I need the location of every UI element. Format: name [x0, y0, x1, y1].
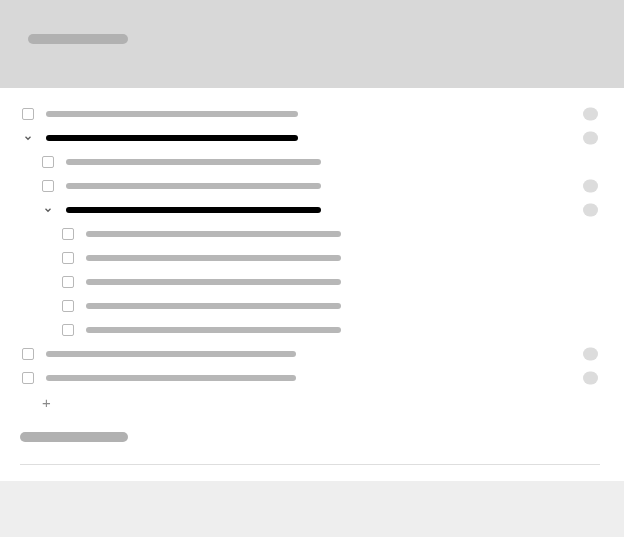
tree-row[interactable]: [20, 246, 604, 270]
row-label-placeholder: [86, 279, 341, 285]
checkbox[interactable]: [62, 252, 74, 264]
row-label-placeholder: [46, 111, 298, 117]
checkbox[interactable]: [22, 348, 34, 360]
add-item-button[interactable]: +: [20, 390, 604, 414]
tree-row[interactable]: [20, 366, 604, 390]
count-badge: [583, 180, 598, 193]
tree-row[interactable]: [20, 294, 604, 318]
checkbox[interactable]: [62, 324, 74, 336]
row-label-placeholder: [86, 255, 341, 261]
bottom-panel: [0, 481, 624, 537]
checkbox[interactable]: [62, 300, 74, 312]
row-label-placeholder: [86, 327, 341, 333]
tree-panel: +: [0, 88, 624, 465]
row-label-placeholder: [86, 303, 341, 309]
tree-row[interactable]: [20, 150, 604, 174]
checkbox[interactable]: [62, 228, 74, 240]
header: [0, 0, 624, 88]
plus-icon: +: [42, 394, 51, 411]
count-badge: [583, 348, 598, 361]
count-badge: [583, 204, 598, 217]
checkbox[interactable]: [22, 372, 34, 384]
checkbox[interactable]: [42, 156, 54, 168]
row-label-placeholder: [46, 375, 296, 381]
tree-row[interactable]: [20, 174, 604, 198]
checkbox[interactable]: [22, 108, 34, 120]
chevron-down-icon[interactable]: [22, 132, 34, 144]
count-badge: [583, 372, 598, 385]
checkbox[interactable]: [42, 180, 54, 192]
checkbox[interactable]: [62, 276, 74, 288]
row-label-placeholder: [46, 135, 298, 141]
row-label-placeholder: [46, 351, 296, 357]
tree-row[interactable]: [20, 318, 604, 342]
section-divider: [20, 464, 600, 465]
row-label-placeholder: [66, 207, 321, 213]
count-badge: [583, 132, 598, 145]
tree-row[interactable]: [20, 270, 604, 294]
tree-row[interactable]: [20, 222, 604, 246]
tree-row[interactable]: [20, 126, 604, 150]
footer-note-placeholder: [20, 432, 128, 442]
row-label-placeholder: [66, 159, 321, 165]
tree-row[interactable]: [20, 102, 604, 126]
tree-row[interactable]: [20, 342, 604, 366]
row-label-placeholder: [66, 183, 321, 189]
tree-root: [20, 102, 604, 390]
header-title-placeholder: [28, 34, 128, 44]
count-badge: [583, 108, 598, 121]
tree-row[interactable]: [20, 198, 604, 222]
row-label-placeholder: [86, 231, 341, 237]
chevron-down-icon[interactable]: [42, 204, 54, 216]
